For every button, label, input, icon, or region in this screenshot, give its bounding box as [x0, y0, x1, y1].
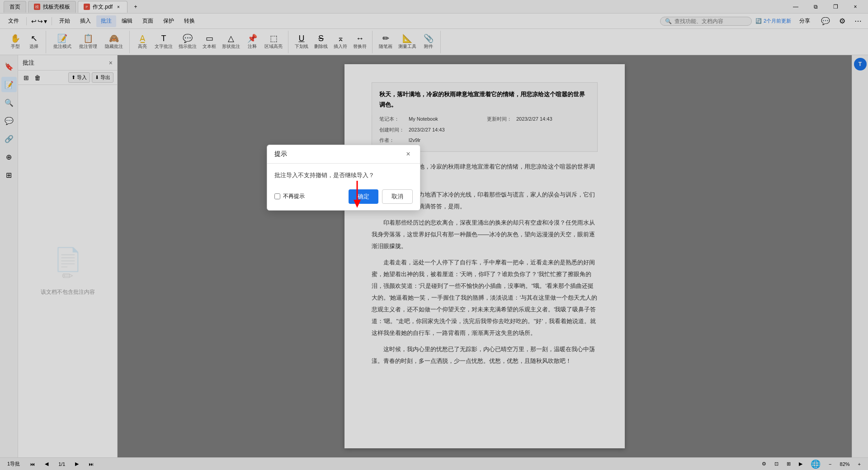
sidebar-link-icon[interactable]: 🔗 [1, 131, 17, 146]
maximize-button[interactable]: ⧉ [807, 0, 825, 13]
next-page-button[interactable]: ▶ [72, 461, 81, 467]
last-page-button[interactable]: ⏭ [86, 461, 96, 467]
tool-area-highlight[interactable]: ⬚ 区域高亮 [262, 32, 285, 52]
sidebar-search-icon[interactable]: 🔍 [1, 95, 17, 110]
menu-start[interactable]: 开始 [55, 15, 75, 27]
confirm-dialog: 提示 × 批注导入不支持撤销，是否继续导入？ 不再提示 确定 取消 [267, 145, 420, 211]
zoom-level-display[interactable]: 82% [837, 461, 853, 467]
select-icon: ↖ [31, 34, 38, 42]
play-button[interactable]: ▶ [796, 461, 805, 467]
settings-icon[interactable]: ⚙ [836, 17, 848, 25]
tab-template-label: 找板壳模板 [43, 3, 70, 11]
new-tab-button[interactable]: + [129, 1, 142, 13]
tool-shape-annotate[interactable]: △ 形状批注 [219, 32, 243, 52]
tab-pdf[interactable]: P 作文.pdf × [78, 1, 127, 13]
tool-insert-symbol[interactable]: ⌅ 插入符 [331, 32, 350, 52]
author-value: l2v9lr [409, 136, 482, 145]
expand-icon[interactable]: ⋯ [852, 17, 864, 25]
dialog-close-button[interactable]: × [404, 150, 413, 159]
menu-annotate[interactable]: 批注 [96, 15, 116, 27]
tool-text-annotate[interactable]: T 文字批注 [152, 32, 175, 52]
create-time-value: 2023/2/27 14:43 [409, 126, 482, 135]
underline-icon: U [299, 34, 305, 42]
tool-text-box[interactable]: ▭ 文本框 [200, 32, 219, 52]
text-annotate-icon: T [161, 34, 166, 42]
tool-highlight[interactable]: A̲ 高亮 [133, 32, 151, 52]
tab-pdf-close[interactable]: × [115, 4, 122, 10]
tab-home[interactable]: 首页 [4, 1, 26, 13]
tool-strikethrough[interactable]: S 删除线 [311, 32, 330, 52]
menu-edit[interactable]: 编辑 [117, 15, 137, 27]
pdf-icon: P [84, 4, 90, 10]
tool-annotate-manage[interactable]: 📋 批注管理 [75, 32, 101, 52]
tool-replace-symbol[interactable]: ↔ 替换符 [350, 32, 369, 52]
search-input[interactable] [675, 18, 747, 24]
panel-filter-icon[interactable]: ⊞ [22, 73, 31, 82]
minimize-button[interactable]: — [787, 0, 805, 13]
dialog-footer: 不再提示 确定 取消 [267, 185, 420, 210]
tool-measure[interactable]: 📐 测量工具 [396, 32, 419, 52]
fit-page-button[interactable]: ⊡ [772, 461, 781, 467]
shape-annotate-label: 形状批注 [222, 43, 240, 50]
tool-select[interactable]: ↖ 选择 [25, 32, 43, 52]
tool-hide-annotate[interactable]: 🙈 隐藏批注 [101, 32, 127, 52]
search-box[interactable]: 🔍 [660, 17, 752, 26]
tool-underline[interactable]: U 下划线 [292, 32, 311, 52]
search-icon: 🔍 [665, 18, 672, 24]
tab-list: 首页 模 找板壳模板 P 作文.pdf × + [4, 1, 787, 13]
close-button[interactable]: × [846, 0, 864, 13]
update-time-label: 更新时间： [487, 115, 512, 124]
panel-delete-icon[interactable]: 🗑 [33, 73, 42, 82]
prev-page-button[interactable]: ◀ [42, 461, 51, 467]
brand-icon: 🌐 [811, 459, 821, 469]
zoom-in-button[interactable]: + [855, 461, 863, 467]
annotate-count-text: 1导批 [7, 461, 20, 467]
split-view-button[interactable]: ⊞ [784, 461, 793, 467]
sidebar-annotate-icon[interactable]: 📝 [1, 77, 17, 92]
zoom-out-button[interactable]: − [826, 461, 834, 467]
dialog-buttons: 确定 取消 [349, 189, 413, 204]
main-content[interactable]: 秋天，落叶满地，冷寂的秋雨肆意地宣泄着它的情绪，用悲凉给这个喧嚣的世界调色。 笔… [118, 55, 852, 457]
tool-hand[interactable]: ✋ 手型 [6, 32, 24, 52]
confirm-button[interactable]: 确定 [349, 189, 378, 204]
user-avatar[interactable]: T [854, 58, 867, 70]
tool-pointer-annotate[interactable]: 💬 指示批注 [176, 32, 199, 52]
no-prompt-checkbox[interactable] [274, 193, 280, 199]
hand-icon: ✋ [10, 34, 20, 42]
restore-button[interactable]: ❐ [826, 0, 844, 13]
share-button[interactable]: 分享 [795, 15, 815, 27]
tool-annotate-mode[interactable]: 📝 批注模式 [50, 32, 75, 52]
panel-import-button[interactable]: ⬆ 导入 [68, 72, 90, 83]
first-page-button[interactable]: ⏮ [27, 461, 38, 467]
tab-template[interactable]: 模 找板壳模板 [28, 1, 76, 13]
tool-attachment[interactable]: 📎 附件 [420, 32, 438, 52]
dialog-header: 提示 × [267, 145, 420, 164]
more-history-button[interactable]: ▾ [44, 18, 47, 25]
undo-button[interactable]: ↩ [31, 18, 37, 25]
fit-page-icon: ⊡ [774, 461, 778, 467]
menu-protect[interactable]: 保护 [159, 15, 179, 27]
menu-file[interactable]: 文件 [4, 15, 24, 27]
panel-close-button[interactable]: × [109, 59, 113, 66]
menu-insert[interactable]: 插入 [75, 15, 95, 27]
pdf-para4: 走着走着，远处一个人停下了自行车，手中摩着一把伞，近看走来的是熟悉的好闺蜜，她望… [372, 257, 598, 339]
sidebar-bookmark-icon[interactable]: 🔖 [1, 59, 17, 74]
strikethrough-icon: S [318, 34, 324, 42]
settings-button[interactable]: ⚙ [759, 461, 769, 467]
sidebar-comment-icon[interactable]: 💬 [1, 113, 17, 128]
menu-convert[interactable]: 转换 [179, 15, 199, 27]
comment-icon[interactable]: 💬 [818, 17, 833, 25]
sidebar-stamp-icon[interactable]: ⊕ [1, 149, 17, 164]
annotate-count[interactable]: 1导批 [5, 461, 23, 467]
tool-note[interactable]: 📌 注释 [243, 32, 261, 52]
sidebar-layers-icon[interactable]: ⊞ [1, 167, 17, 183]
menubar-right: 🔍 🔄 2个月前更新 分享 💬 ⚙ ⋯ [660, 15, 864, 27]
cancel-button[interactable]: 取消 [382, 189, 413, 204]
area-highlight-icon: ⬚ [270, 34, 278, 42]
first-page-icon: ⏮ [30, 461, 35, 467]
menu-page[interactable]: 页面 [138, 15, 158, 27]
tool-freehand[interactable]: ✏ 随笔画 [376, 32, 395, 52]
redo-button[interactable]: ↪ [38, 18, 43, 25]
panel-export-button[interactable]: ⬇ 导出 [92, 72, 113, 83]
no-prompt-checkbox-label[interactable]: 不再提示 [274, 193, 305, 200]
